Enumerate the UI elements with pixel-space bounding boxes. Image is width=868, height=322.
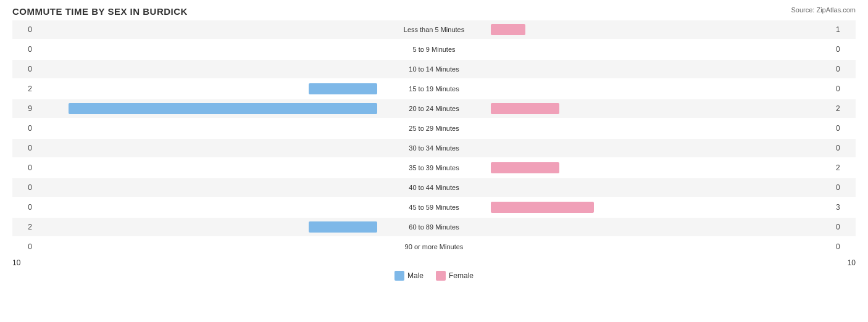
- male-half: [36, 80, 378, 98]
- female-half: [490, 159, 832, 177]
- chart-inner: 10 to 14 Minutes: [36, 60, 832, 78]
- chart-inner: 60 to 89 Minutes: [36, 218, 832, 236]
- male-value: 0: [12, 183, 36, 192]
- male-half: [36, 139, 378, 157]
- legend-male: Male: [394, 271, 424, 281]
- female-value: 0: [832, 242, 856, 251]
- chart-inner: 30 to 34 Minutes: [36, 139, 832, 157]
- chart-inner: 20 to 24 Minutes: [36, 99, 832, 118]
- male-bar: [69, 103, 377, 114]
- male-half: [36, 218, 378, 236]
- male-value: 0: [12, 124, 36, 133]
- female-value: 0: [832, 85, 856, 93]
- male-half: [36, 119, 378, 138]
- row-label: 25 to 29 Minutes: [378, 125, 490, 132]
- female-value: 0: [832, 183, 856, 192]
- chart-inner: 90 or more Minutes: [36, 237, 832, 256]
- chart-inner: 5 to 9 Minutes: [36, 40, 832, 59]
- male-value: 0: [12, 25, 36, 34]
- male-label: Male: [407, 271, 424, 280]
- female-value: 0: [832, 124, 856, 133]
- male-value: 9: [12, 104, 36, 113]
- male-half: [36, 99, 378, 118]
- female-value: 0: [832, 45, 856, 54]
- row-label: 10 to 14 Minutes: [378, 65, 490, 73]
- female-half: [490, 60, 832, 78]
- row-label: 15 to 19 Minutes: [378, 85, 490, 93]
- table-row: 2 15 to 19 Minutes 0: [12, 80, 856, 98]
- row-label: 40 to 44 Minutes: [378, 184, 490, 191]
- female-label: Female: [449, 271, 474, 280]
- chart-title: COMMUTE TIME BY SEX IN BURDICK: [12, 6, 856, 17]
- female-half: [490, 80, 832, 98]
- female-half: [490, 119, 832, 138]
- rows-container: 0 Less than 5 Minutes 1 0 5 to 9 Minutes…: [12, 20, 856, 256]
- male-value: 2: [12, 223, 36, 231]
- male-value: 0: [12, 203, 36, 212]
- female-half: [490, 139, 832, 157]
- legend: Male Female: [12, 271, 856, 281]
- table-row: 0 45 to 59 Minutes 3: [12, 198, 856, 217]
- female-bar: [491, 162, 559, 173]
- female-half: [490, 198, 832, 217]
- male-value: 0: [12, 45, 36, 54]
- chart-container: COMMUTE TIME BY SEX IN BURDICK Source: Z…: [0, 0, 868, 322]
- male-half: [36, 159, 378, 177]
- table-row: 2 60 to 89 Minutes 0: [12, 218, 856, 236]
- female-half: [490, 178, 832, 197]
- row-label: 35 to 39 Minutes: [378, 164, 490, 171]
- chart-inner: 35 to 39 Minutes: [36, 159, 832, 177]
- male-bar: [309, 83, 377, 94]
- row-label: Less than 5 Minutes: [378, 26, 490, 33]
- row-label: 30 to 34 Minutes: [378, 144, 490, 152]
- female-half: [490, 20, 832, 39]
- row-label: 20 to 24 Minutes: [378, 105, 490, 112]
- table-row: 0 Less than 5 Minutes 1: [12, 20, 856, 39]
- female-bar: [491, 202, 594, 213]
- table-row: 0 40 to 44 Minutes 0: [12, 178, 856, 197]
- female-half: [490, 237, 832, 256]
- male-half: [36, 198, 378, 217]
- source-label: Source: ZipAtlas.com: [791, 6, 856, 14]
- female-value: 2: [832, 163, 856, 172]
- male-half: [36, 40, 378, 59]
- male-half: [36, 60, 378, 78]
- row-label: 45 to 59 Minutes: [378, 204, 490, 211]
- female-value: 0: [832, 144, 856, 152]
- female-color-box: [436, 271, 446, 281]
- table-row: 0 35 to 39 Minutes 2: [12, 159, 856, 177]
- male-value: 0: [12, 242, 36, 251]
- axis-right-label: 10: [848, 258, 856, 267]
- female-bar: [491, 103, 559, 114]
- male-half: [36, 237, 378, 256]
- male-value: 0: [12, 65, 36, 73]
- chart-inner: Less than 5 Minutes: [36, 20, 832, 39]
- table-row: 0 10 to 14 Minutes 0: [12, 60, 856, 78]
- male-half: [36, 178, 378, 197]
- female-value: 3: [832, 203, 856, 212]
- chart-inner: 15 to 19 Minutes: [36, 80, 832, 98]
- table-row: 9 20 to 24 Minutes 2: [12, 99, 856, 118]
- axis-left-label: 10: [12, 258, 20, 267]
- table-row: 0 25 to 29 Minutes 0: [12, 119, 856, 138]
- female-value: 2: [832, 104, 856, 113]
- table-row: 0 5 to 9 Minutes 0: [12, 40, 856, 59]
- bottom-axis: 10 10: [12, 258, 856, 267]
- row-label: 90 or more Minutes: [378, 243, 490, 250]
- chart-inner: 25 to 29 Minutes: [36, 119, 832, 138]
- female-half: [490, 218, 832, 236]
- male-half: [36, 20, 378, 39]
- male-bar: [309, 221, 377, 233]
- male-value: 0: [12, 163, 36, 172]
- table-row: 0 30 to 34 Minutes 0: [12, 139, 856, 157]
- female-value: 0: [832, 65, 856, 73]
- row-label: 60 to 89 Minutes: [378, 223, 490, 231]
- female-value: 0: [832, 223, 856, 231]
- male-value: 0: [12, 144, 36, 152]
- female-half: [490, 40, 832, 59]
- chart-inner: 45 to 59 Minutes: [36, 198, 832, 217]
- row-label: 5 to 9 Minutes: [378, 46, 490, 53]
- male-value: 2: [12, 85, 36, 93]
- legend-female: Female: [436, 271, 474, 281]
- female-bar: [491, 24, 525, 35]
